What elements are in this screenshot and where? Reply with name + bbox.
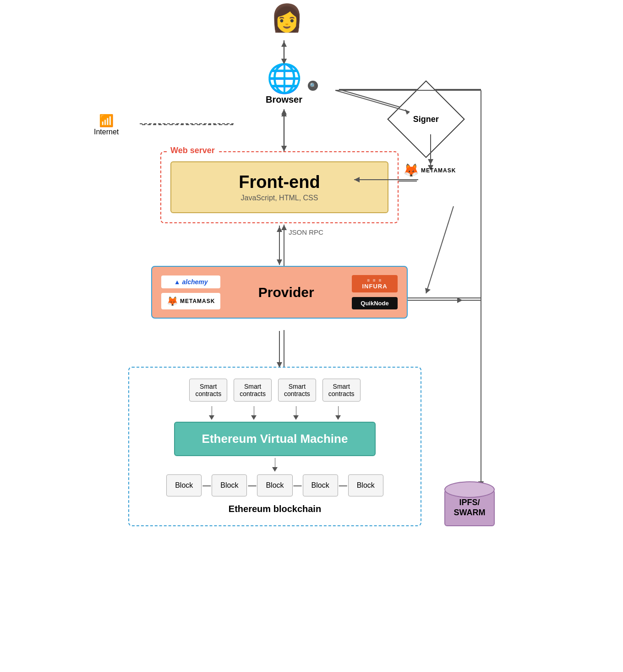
provider-right: ≡ ≡ ≡ INFURA QuikNode [352, 275, 398, 309]
browser-icon: 🌐 🔍 [247, 64, 321, 93]
frontend-subtitle: JavaScript, HTML, CSS [190, 194, 369, 202]
svg-marker-18 [425, 288, 431, 293]
svg-marker-14 [281, 225, 287, 230]
evm-box: Ethereum Virtual Machine [174, 422, 376, 456]
frontend-title: Front-end [190, 172, 369, 192]
signer-section: Signer [399, 92, 454, 147]
browser-section: 🌐 🔍 Browser [247, 64, 321, 105]
internet-section: 📶 Internet [94, 114, 119, 136]
ipfs-label: IPFS/SWARM [454, 498, 486, 518]
provider-label: Provider [220, 285, 352, 300]
sc-arrows [138, 406, 411, 420]
webserver-label: Web server [168, 146, 218, 155]
ipfs-top [444, 481, 495, 498]
metamask-provider-logo: 🦊METAMASK [161, 293, 220, 309]
alchemy-logo: ▲ alchemy [161, 275, 220, 288]
svg-line-17 [426, 206, 454, 293]
block-2: Block [212, 474, 247, 496]
svg-marker-30 [281, 111, 287, 116]
provider-section: ▲ alchemy 🦊METAMASK Provider ≡ ≡ ≡ INFUR… [151, 266, 408, 319]
metamask-signer: 🦊 METAMASK [403, 163, 456, 178]
blockchain-label: Ethereum blockchain [138, 504, 411, 514]
blocks-row: Block — Block — Block — Block — Block [138, 474, 411, 496]
block-5: Block [348, 474, 383, 496]
blockchain-section: Smartcontracts Smartcontracts Smartcontr… [128, 367, 421, 526]
block-connector-4: — [338, 481, 348, 490]
block-connector-1: — [202, 481, 212, 490]
provider-left: ▲ alchemy 🦊METAMASK [161, 275, 220, 309]
ipfs-section: IPFS/SWARM [444, 481, 495, 532]
block-1: Block [166, 474, 202, 496]
metamask-label: METAMASK [421, 167, 456, 174]
quicknode-logo: QuikNode [352, 297, 398, 309]
signer-label: Signer [413, 114, 439, 124]
smart-contract-4: Smartcontracts [322, 379, 361, 402]
internet-label: Internet [94, 128, 119, 136]
provider-inner: ▲ alchemy 🦊METAMASK Provider ≡ ≡ ≡ INFUR… [161, 275, 398, 309]
user-emoji: 👩 [270, 5, 303, 31]
smart-contract-2: Smartcontracts [234, 379, 272, 402]
json-rpc-label: JSON RPC [289, 228, 323, 236]
svg-marker-24 [457, 297, 463, 303]
browser-label: Browser [247, 94, 321, 105]
provider-box: ▲ alchemy 🦊METAMASK Provider ≡ ≡ ≡ INFUR… [151, 266, 408, 319]
svg-marker-4 [281, 109, 287, 115]
svg-marker-3 [281, 146, 287, 151]
smart-contract-3: Smartcontracts [278, 379, 316, 402]
blockchain-border: Smartcontracts Smartcontracts Smartcontr… [128, 367, 421, 526]
block-connector-2: — [247, 481, 257, 490]
frontend-box: Front-end JavaScript, HTML, CSS [170, 161, 388, 213]
wifi-icon: 📶 [99, 114, 114, 128]
webserver-box: Web server Front-end JavaScript, HTML, C… [160, 151, 399, 223]
smart-contracts-row: Smartcontracts Smartcontracts Smartcontr… [138, 379, 411, 402]
svg-marker-27 [281, 41, 287, 47]
evm-to-blocks-arrow [138, 458, 411, 472]
block-connector-3: — [293, 481, 303, 490]
block-3: Block [257, 474, 292, 496]
infura-logo: ≡ ≡ ≡ INFURA [352, 275, 398, 292]
user-figure: 👩 [270, 5, 303, 31]
svg-marker-31 [281, 146, 287, 151]
ipfs-cylinder: IPFS/SWARM [444, 481, 495, 532]
svg-marker-46 [277, 259, 282, 265]
webserver-border: Web server Front-end JavaScript, HTML, C… [160, 151, 399, 223]
svg-marker-45 [277, 226, 282, 232]
block-4: Block [303, 474, 338, 496]
smart-contract-1: Smartcontracts [189, 379, 227, 402]
signer-diamond: Signer [387, 80, 465, 158]
